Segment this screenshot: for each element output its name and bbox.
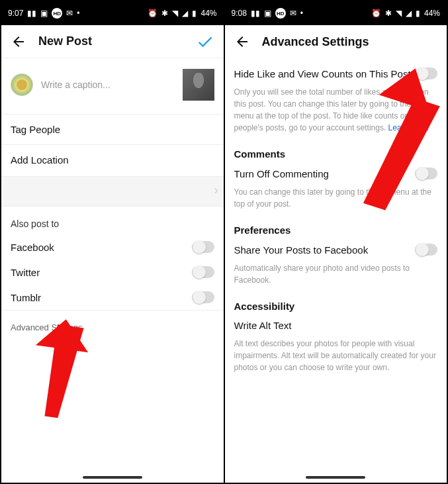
share-twitter-row: Twitter [1,260,224,285]
battery-icon: ▮ [192,9,197,18]
preferences-heading: Preferences [225,214,447,240]
commenting-block: Turn Off Commenting You can change this … [225,164,447,214]
advanced-settings-link[interactable]: Advanced Settings [1,310,224,344]
share-tumblr-label: Tumblr [11,292,41,303]
comments-heading: Comments [225,138,447,164]
signal-icon: ◢ [182,9,188,18]
right-screen: 9:08 ▮▮ ▣ HD ✉ • ⏰ ✱ ◥ ◢ ▮ 44% Advanced … [225,1,447,483]
page-title: New Post [38,34,196,48]
caption-row [1,58,224,114]
share-fb-desc: Automatically share your photo and video… [234,256,438,286]
alt-text-block[interactable]: Write Alt Text Alt text describes your p… [225,316,447,377]
commenting-label: Turn Off Commenting [234,168,329,179]
status-time: 9:07 [8,9,23,18]
hide-counts-desc: Only you will see the total number of li… [234,79,438,134]
hide-counts-label: Hide Like and View Counts on This Post [234,68,411,79]
confirm-icon[interactable] [196,32,214,51]
share-fb-toggle[interactable] [415,244,437,256]
dot-icon: • [77,9,79,18]
battery-icon: ▮ [416,9,420,18]
hide-counts-block: Hide Like and View Counts on This Post O… [225,58,447,138]
avatar [11,73,33,96]
header: New Post [1,25,224,58]
share-fb-label: Share Your Posts to Facebook [234,244,369,256]
share-tumblr-row: Tumblr [1,285,224,310]
nav-handle[interactable] [306,476,365,479]
mail-icon: ✉ [290,9,296,18]
also-post-to-label: Also post to [1,207,224,234]
learn-more-link[interactable]: Learn More [388,123,429,132]
share-fb-block: Share Your Posts to Facebook Automatical… [225,240,447,290]
wifi-icon: ◥ [172,9,178,18]
bluetooth-icon: ✱ [385,9,392,18]
wifi-icon: ◥ [396,9,402,18]
hide-counts-toggle[interactable] [415,68,437,79]
status-battery: 44% [201,9,216,18]
share-facebook-row: Facebook [1,234,224,260]
share-facebook-label: Facebook [11,242,54,253]
tag-people-row[interactable]: Tag People [1,114,224,144]
add-location-row[interactable]: Add Location [1,144,224,175]
share-twitter-label: Twitter [11,267,40,278]
back-icon[interactable] [11,34,26,50]
left-screen: 9:07 ▮▮ ▣ HD ✉ • ⏰ ✱ ◥ ◢ ▮ 44% New Post [1,1,224,483]
commenting-desc: You can change this later by going to th… [234,179,438,210]
location-suggestions[interactable] [1,176,224,207]
accessibility-heading: Accessibility [225,290,447,316]
status-battery: 44% [424,9,440,18]
bluetooth-icon: ✱ [161,9,168,18]
status-bar: 9:08 ▮▮ ▣ HD ✉ • ⏰ ✱ ◥ ◢ ▮ 44% [225,1,447,25]
dot-icon: • [300,9,303,18]
share-facebook-toggle[interactable] [192,241,214,253]
alt-text-label: Write Alt Text [234,320,292,331]
commenting-toggle[interactable] [415,168,437,179]
pause-icon: ▮▮ [251,9,260,18]
hd-icon: HD [275,8,286,19]
share-twitter-toggle[interactable] [192,266,214,278]
share-tumblr-toggle[interactable] [192,291,214,303]
signal-icon: ◢ [406,9,412,18]
status-bar: 9:07 ▮▮ ▣ HD ✉ • ⏰ ✱ ◥ ◢ ▮ 44% [1,1,224,25]
status-time: 9:08 [232,9,247,18]
nav-handle[interactable] [83,476,142,479]
hd-icon: HD [52,8,62,19]
alt-text-desc: Alt text describes your photos for peopl… [234,331,438,373]
mail-icon: ✉ [66,9,73,18]
post-thumbnail[interactable] [183,69,214,101]
header: Advanced Settings [225,25,447,58]
alarm-icon: ⏰ [148,9,157,18]
chat-icon: ▣ [264,9,271,18]
back-icon[interactable] [234,34,250,50]
alarm-icon: ⏰ [371,9,381,18]
caption-input[interactable] [41,79,175,90]
chat-icon: ▣ [40,9,48,18]
page-title: Advanced Settings [262,35,438,49]
pause-icon: ▮▮ [27,9,36,18]
